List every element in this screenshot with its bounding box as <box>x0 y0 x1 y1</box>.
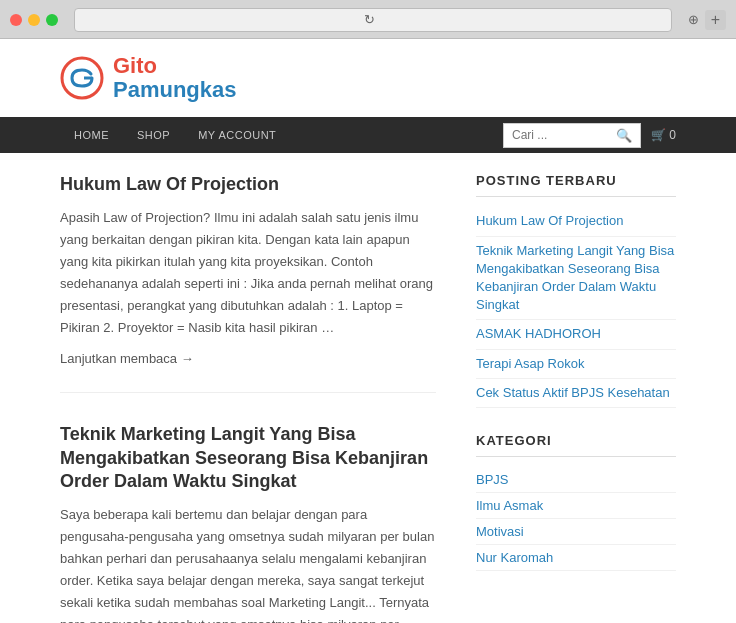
post-entry: Hukum Law Of Projection Apasih Law of Pr… <box>60 173 436 393</box>
nav-my-account[interactable]: MY ACCOUNT <box>184 117 290 153</box>
sidebar-category-link[interactable]: Ilmu Asmak <box>476 493 676 519</box>
categories-section: KATEGORI BPJS Ilmu Asmak Motivasi Nur Ka… <box>476 433 676 571</box>
post-excerpt: Saya beberapa kali bertemu dan belajar d… <box>60 504 436 624</box>
search-button[interactable]: 🔍 <box>616 128 632 143</box>
recent-posts-section: POSTING TERBARU Hukum Law Of Projection … <box>476 173 676 408</box>
logo-gito: Gito <box>113 54 237 78</box>
main-layout: Hukum Law Of Projection Apasih Law of Pr… <box>0 153 736 623</box>
share-icon[interactable]: ⊕ <box>688 12 699 28</box>
nav-home[interactable]: HOME <box>60 117 123 153</box>
sidebar-recent-link[interactable]: ASMAK HADHOROH <box>476 320 676 349</box>
logo-area[interactable]: Gito Pamungkas <box>60 54 237 102</box>
post-excerpt: Apasih Law of Projection? Ilmu ini adala… <box>60 207 436 340</box>
sidebar-category-link[interactable]: Nur Karomah <box>476 545 676 571</box>
recent-posts-heading: POSTING TERBARU <box>476 173 676 197</box>
maximize-dot[interactable] <box>46 14 58 26</box>
sidebar-recent-link[interactable]: Hukum Law Of Projection <box>476 207 676 236</box>
logo-pamungkas: Pamungkas <box>113 78 237 102</box>
read-more-link[interactable]: Lanjutkan membaca → <box>60 351 194 366</box>
post-title[interactable]: Hukum Law Of Projection <box>60 173 436 196</box>
svg-point-0 <box>62 58 102 98</box>
new-tab-button[interactable]: + <box>705 10 726 30</box>
search-input[interactable] <box>512 128 612 142</box>
sidebar-recent-link[interactable]: Cek Status Aktif BPJS Kesehatan <box>476 379 676 408</box>
sidebar: POSTING TERBARU Hukum Law Of Projection … <box>476 173 676 623</box>
minimize-dot[interactable] <box>28 14 40 26</box>
sidebar-recent-link[interactable]: Terapi Asap Rokok <box>476 350 676 379</box>
posts-area: Hukum Law Of Projection Apasih Law of Pr… <box>60 173 476 623</box>
categories-heading: KATEGORI <box>476 433 676 457</box>
url-bar: ↻ <box>74 8 672 32</box>
post-title[interactable]: Teknik Marketing Langit Yang Bisa Mengak… <box>60 423 436 493</box>
logo-icon <box>60 56 105 101</box>
sidebar-category-link[interactable]: Motivasi <box>476 519 676 545</box>
cart-icon[interactable]: 🛒 0 <box>651 128 676 142</box>
site-header: Gito Pamungkas <box>0 39 736 117</box>
logo-text: Gito Pamungkas <box>113 54 237 102</box>
search-box: 🔍 <box>503 123 641 148</box>
browser-chrome: ↻ ⊕ + <box>0 0 736 39</box>
nav-shop[interactable]: SHOP <box>123 117 184 153</box>
nav-right: 🔍 🛒 0 <box>503 123 676 148</box>
website: Gito Pamungkas HOME SHOP MY ACCOUNT 🔍 🛒 … <box>0 39 736 623</box>
site-nav: HOME SHOP MY ACCOUNT 🔍 🛒 0 <box>0 117 736 153</box>
nav-links: HOME SHOP MY ACCOUNT <box>60 117 290 153</box>
post-entry: Teknik Marketing Langit Yang Bisa Mengak… <box>60 423 436 623</box>
sidebar-recent-link[interactable]: Teknik Marketing Langit Yang Bisa Mengak… <box>476 237 676 321</box>
close-dot[interactable] <box>10 14 22 26</box>
reload-icon[interactable]: ↻ <box>364 12 375 28</box>
sidebar-category-link[interactable]: BPJS <box>476 467 676 493</box>
